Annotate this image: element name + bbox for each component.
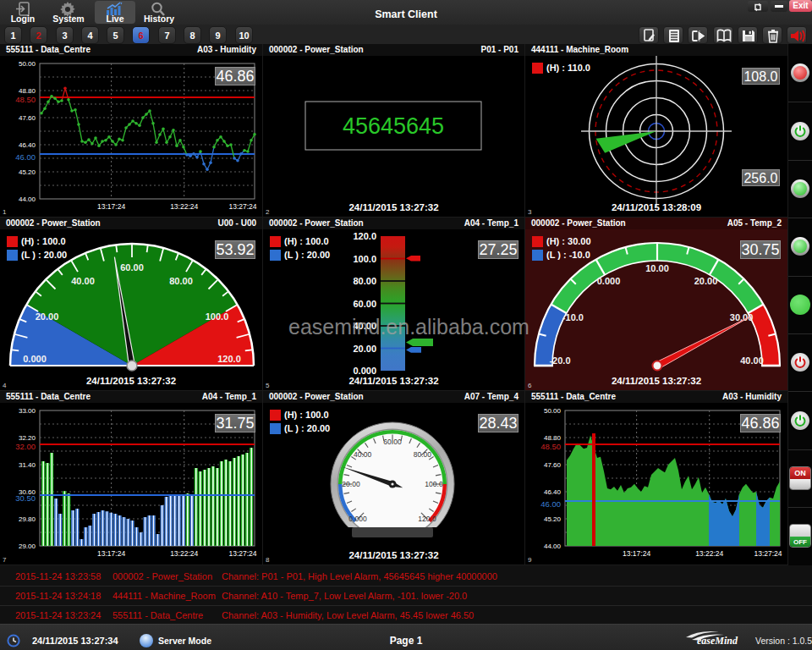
svg-text:-10.0: -10.0 [562, 312, 584, 322]
svg-text:29.80: 29.80 [19, 515, 36, 523]
svg-text:20.00: 20.00 [353, 344, 376, 354]
svg-text:44.00: 44.00 [544, 543, 562, 550]
svg-text:easeMind: easeMind [697, 635, 738, 647]
svg-text:13:17:24: 13:17:24 [623, 549, 650, 558]
svg-text:100.0: 100.0 [425, 480, 443, 488]
svg-text:40.00: 40.00 [71, 276, 95, 286]
svg-text:20.00: 20.00 [694, 276, 718, 286]
svg-text:46.40: 46.40 [544, 488, 562, 496]
svg-text:60.00: 60.00 [120, 262, 144, 273]
svg-text:30.50: 30.50 [15, 493, 36, 503]
svg-text:80.00: 80.00 [169, 276, 193, 286]
svg-text:29.00: 29.00 [19, 543, 36, 550]
svg-text:46.00: 46.00 [15, 152, 36, 162]
svg-text:13:27:24: 13:27:24 [754, 549, 782, 558]
svg-text:13:27:24: 13:27:24 [228, 549, 256, 558]
svg-text:120.0: 120.0 [418, 515, 436, 523]
svg-text:20.00: 20.00 [342, 480, 360, 488]
svg-text:80.00: 80.00 [414, 450, 432, 459]
svg-text:120.0: 120.0 [217, 354, 241, 364]
svg-text:60.00: 60.00 [383, 438, 402, 446]
svg-text:-20.0: -20.0 [549, 355, 570, 366]
svg-text:47.60: 47.60 [544, 461, 562, 469]
svg-text:13:22:24: 13:22:24 [170, 202, 198, 211]
svg-text:0.000: 0.000 [597, 276, 621, 286]
svg-text:13:22:24: 13:22:24 [170, 549, 198, 558]
svg-text:100.0: 100.0 [206, 311, 229, 322]
svg-text:48.80: 48.80 [544, 434, 562, 442]
svg-text:45.20: 45.20 [544, 515, 562, 523]
svg-text:0.000: 0.000 [348, 515, 367, 523]
svg-text:50.00: 50.00 [19, 60, 36, 68]
svg-text:0.000: 0.000 [353, 366, 376, 376]
svg-text:46.00: 46.00 [540, 499, 561, 509]
svg-text:13:22:24: 13:22:24 [695, 549, 723, 558]
svg-text:31.40: 31.40 [19, 461, 36, 469]
svg-text:20.00: 20.00 [36, 311, 59, 322]
svg-text:48.50: 48.50 [15, 95, 36, 104]
svg-text:100.0: 100.0 [353, 254, 376, 264]
svg-text:13:17:24: 13:17:24 [97, 549, 125, 558]
svg-text:32.00: 32.00 [15, 442, 36, 451]
svg-text:48.80: 48.80 [19, 87, 36, 95]
svg-text:33.00: 33.00 [19, 407, 36, 415]
svg-text:44.00: 44.00 [19, 196, 36, 203]
svg-text:40.00: 40.00 [354, 450, 372, 459]
svg-text:13:17:24: 13:17:24 [97, 202, 125, 211]
svg-text:45645645: 45645645 [343, 113, 444, 139]
svg-text:10.00: 10.00 [645, 263, 669, 273]
svg-text:80.00: 80.00 [353, 276, 376, 286]
svg-text:50.00: 50.00 [544, 407, 562, 415]
svg-text:45.20: 45.20 [19, 168, 36, 176]
svg-text:48.50: 48.50 [540, 442, 561, 451]
svg-text:120.0: 120.0 [353, 231, 376, 241]
svg-text:47.60: 47.60 [19, 114, 36, 122]
svg-text:13:27:24: 13:27:24 [228, 202, 256, 211]
svg-text:60.00: 60.00 [353, 299, 376, 309]
svg-text:46.40: 46.40 [19, 141, 36, 149]
svg-text:0.000: 0.000 [23, 354, 47, 364]
svg-text:40.00: 40.00 [740, 355, 764, 366]
svg-text:32.20: 32.20 [19, 434, 36, 442]
